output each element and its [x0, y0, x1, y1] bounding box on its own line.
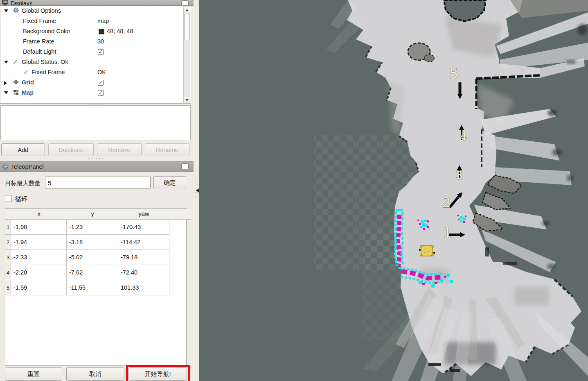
cell-5-x[interactable]: -1.59	[11, 280, 67, 295]
table-header-filler	[169, 209, 191, 220]
tree-row-frame-rate[interactable]: Frame Rate30	[0, 37, 191, 47]
left-dock-panel: Displays Global OptionsFixed FramemapBac…	[0, 0, 194, 381]
goal-count-input[interactable]	[45, 177, 151, 189]
cancel-button[interactable]: 取消	[66, 367, 124, 381]
collapse-arrow-icon	[196, 188, 199, 193]
table-header-y[interactable]: y	[67, 209, 118, 220]
tree-row-label: Map	[22, 89, 34, 96]
loop-checkbox[interactable]	[5, 195, 12, 202]
waypoint-number: 1	[443, 225, 452, 241]
tree-row-global-options[interactable]: Global Options	[0, 6, 191, 16]
map-icon	[13, 89, 19, 95]
displays-panel-icon	[2, 0, 8, 5]
cell-4-y[interactable]: -7.62	[67, 265, 118, 280]
cell-1-x[interactable]: -1.98	[11, 220, 67, 235]
tree-row-checkbox[interactable]: ✓	[98, 90, 104, 96]
tree-row-label: Global Status: Ok	[22, 59, 68, 65]
grid-icon	[13, 79, 19, 85]
goal-count-label: 目标最大数量	[5, 179, 41, 187]
tree-row-map[interactable]: Map✓	[0, 88, 191, 98]
tree-row-label: Global Options	[22, 7, 61, 14]
tree-row-label: Background Color	[23, 28, 70, 34]
row-header-5[interactable]: 5	[5, 280, 11, 295]
displays-panel-title: Displays	[11, 0, 32, 6]
tree-row-value[interactable]: map	[97, 18, 109, 24]
panel-splitter[interactable]	[194, 0, 199, 381]
row-header-1[interactable]: 1	[5, 220, 11, 235]
tree-row-fixed-frame-status[interactable]: ✓Fixed FrameOK	[0, 68, 191, 78]
tree-row-value[interactable]: 48; 48; 48	[107, 28, 133, 34]
check2-icon: ✓	[23, 99, 30, 100]
tree-row-label: Status: Ok	[32, 100, 59, 100]
cell-1-y[interactable]: -1.23	[67, 220, 118, 235]
rviz-3d-viewport[interactable]: 12345	[199, 0, 588, 381]
tree-row-label: Grid	[22, 79, 34, 86]
tree-row-label: Default Light	[23, 48, 56, 55]
scroll-up-button[interactable]	[184, 7, 190, 13]
displays-float-button[interactable]	[181, 0, 189, 6]
expand-collapse-icon[interactable]	[4, 61, 8, 64]
color-swatch[interactable]	[99, 29, 104, 34]
tree-row-label: Fixed Frame	[23, 18, 56, 24]
teleop-panel-titlebar[interactable]: TeleopPanel	[0, 161, 194, 172]
table-header-x[interactable]: x	[11, 209, 67, 220]
displays-panel-titlebar[interactable]: Displays	[0, 0, 194, 6]
tree-row-fixed-frame[interactable]: Fixed Framemap	[0, 16, 191, 27]
cell-4-x[interactable]: -2.20	[11, 265, 67, 280]
cell-5-yaw[interactable]: 101.33	[118, 280, 169, 295]
teleop-panel-icon	[2, 163, 9, 170]
collapse-handle[interactable]	[195, 184, 198, 197]
tree-row-value[interactable]: OK	[97, 69, 106, 75]
waypoint-number: 5	[449, 66, 458, 82]
tree-row-background-color[interactable]: Background Color48; 48; 48	[0, 27, 191, 37]
add-button[interactable]: Add	[1, 143, 45, 156]
cell-2-x[interactable]: -1.94	[11, 235, 67, 250]
remove-button[interactable]: Remove	[97, 143, 142, 156]
cell-3-yaw[interactable]: -79.18	[118, 250, 169, 265]
check2-icon: ✓	[23, 68, 30, 75]
row-header-4[interactable]: 4	[5, 265, 11, 280]
expand-collapse-icon[interactable]	[4, 9, 8, 12]
teleop-float-button[interactable]	[181, 163, 189, 169]
property-help-box	[0, 105, 191, 140]
confirm-button[interactable]: 确定	[153, 176, 186, 189]
expand-expand-icon[interactable]	[4, 81, 7, 85]
check-icon: ✓	[13, 58, 19, 65]
scroll-down-button[interactable]	[184, 97, 190, 103]
cell-3-x[interactable]: -2.33	[11, 250, 67, 265]
row-header-2[interactable]: 2	[5, 235, 11, 250]
occupancy-grid-map: 12345	[199, 0, 588, 381]
tree-row-value[interactable]: 30	[97, 38, 104, 45]
row-header-3[interactable]: 3	[5, 250, 11, 265]
tree-row-clipped-status[interactable]: ✓Status: Ok	[0, 98, 191, 100]
cell-1-yaw[interactable]: -170.43	[118, 220, 169, 235]
start-navigation-button[interactable]: 开始导航!	[128, 367, 187, 381]
duplicate-button[interactable]: Duplicate	[48, 143, 94, 156]
cell-2-yaw[interactable]: -114.42	[118, 235, 169, 250]
tree-row-checkbox[interactable]: ✓	[98, 49, 104, 55]
reset-button[interactable]: 重置	[5, 367, 62, 381]
scrollbar-thumb[interactable]	[184, 14, 190, 40]
cell-3-y[interactable]: -5.02	[67, 250, 118, 265]
splitter-handle-2[interactable]	[88, 158, 103, 159]
teleop-panel-title: TeleopPanel	[11, 163, 44, 170]
displays-tree[interactable]: Global OptionsFixed FramemapBackground C…	[0, 6, 191, 104]
table-corner	[5, 209, 11, 220]
tree-row-default-light[interactable]: Default Light✓	[0, 47, 191, 57]
expand-collapse-icon[interactable]	[4, 91, 8, 94]
cell-5-y[interactable]: -11.55	[67, 280, 118, 295]
tree-row-grid[interactable]: Grid✓	[0, 78, 191, 88]
waypoint-number: 3	[455, 169, 462, 181]
robot-model	[419, 245, 435, 256]
cell-2-y[interactable]: -3.18	[67, 235, 118, 250]
waypoint-number: 2	[442, 194, 451, 211]
table-header-yaw[interactable]: yaw	[118, 209, 169, 220]
tree-row-global-status[interactable]: ✓Global Status: Ok	[0, 57, 191, 68]
waypoint-number: 4	[460, 130, 466, 143]
rename-button[interactable]: Rename	[145, 143, 189, 156]
cell-4-yaw[interactable]: -72.40	[118, 265, 169, 280]
waypoint-table[interactable]: xyyaw1-1.98-1.23-170.432-1.94-3.18-114.4…	[5, 208, 187, 366]
loop-checkbox-label: 循环	[15, 195, 27, 203]
tree-row-checkbox[interactable]: ✓	[98, 80, 104, 86]
tree-scrollbar[interactable]	[183, 7, 190, 103]
